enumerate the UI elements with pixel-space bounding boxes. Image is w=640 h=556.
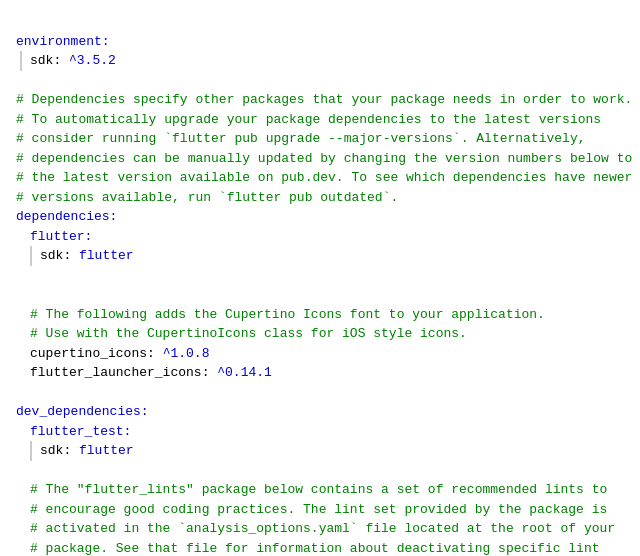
code-line: flutter: bbox=[16, 227, 624, 247]
key-text: cupertino_icons: bbox=[30, 344, 163, 364]
empty-line bbox=[16, 71, 624, 91]
value-text: ^3.5.2 bbox=[69, 51, 116, 71]
code-line: sdk: flutter bbox=[16, 246, 624, 266]
value-text: flutter bbox=[79, 246, 134, 266]
code-line: # dependencies can be manually updated b… bbox=[16, 149, 624, 169]
code-line: environment: bbox=[16, 32, 624, 52]
code-line: flutter_launcher_icons: ^0.14.1 bbox=[16, 363, 624, 383]
code-line: sdk: flutter bbox=[16, 441, 624, 461]
empty-line bbox=[16, 461, 624, 481]
comment-text: # consider running `flutter pub upgrade … bbox=[16, 129, 586, 149]
code-line: # consider running `flutter pub upgrade … bbox=[16, 129, 624, 149]
comment-text: # activated in the `analysis_options.yam… bbox=[30, 519, 615, 539]
border-indicator: sdk: ^3.5.2 bbox=[20, 51, 116, 71]
empty-line bbox=[16, 266, 624, 286]
border-indicator: sdk: flutter bbox=[30, 246, 134, 266]
code-line: # The "flutter_lints" package below cont… bbox=[16, 480, 624, 500]
key-text: dependencies: bbox=[16, 207, 117, 227]
comment-text: # versions available, run `flutter pub o… bbox=[16, 188, 398, 208]
value-text: ^0.14.1 bbox=[217, 363, 272, 383]
code-line: # activated in the `analysis_options.yam… bbox=[16, 519, 624, 539]
comment-text: # the latest version available on pub.de… bbox=[16, 168, 632, 188]
key-text: flutter: bbox=[30, 227, 92, 247]
code-line: # To automatically upgrade your package … bbox=[16, 110, 624, 130]
code-line: # the latest version available on pub.de… bbox=[16, 168, 624, 188]
key-text: environment: bbox=[16, 32, 110, 52]
code-line: # Dependencies specify other packages th… bbox=[16, 90, 624, 110]
code-line: flutter_test: bbox=[16, 422, 624, 442]
code-line: # package. See that file for information… bbox=[16, 539, 624, 557]
key-text: flutter_test: bbox=[30, 422, 131, 442]
comment-text: # To automatically upgrade your package … bbox=[16, 110, 601, 130]
comment-text: # The following adds the Cupertino Icons… bbox=[30, 305, 545, 325]
code-line: # encourage good coding practices. The l… bbox=[16, 500, 624, 520]
value-text: ^1.0.8 bbox=[163, 344, 210, 364]
code-line: dev_dependencies: bbox=[16, 402, 624, 422]
code-line: dependencies: bbox=[16, 207, 624, 227]
code-line: # versions available, run `flutter pub o… bbox=[16, 188, 624, 208]
code-line: sdk: ^3.5.2 bbox=[16, 51, 624, 71]
comment-text: # dependencies can be manually updated b… bbox=[16, 149, 632, 169]
key-text: flutter_launcher_icons: bbox=[30, 363, 217, 383]
comment-text: # The "flutter_lints" package below cont… bbox=[30, 480, 607, 500]
value-text: flutter bbox=[79, 441, 134, 461]
key-text: sdk: bbox=[40, 246, 79, 266]
border-indicator: sdk: flutter bbox=[30, 441, 134, 461]
comment-text: # encourage good coding practices. The l… bbox=[30, 500, 607, 520]
code-line: # The following adds the Cupertino Icons… bbox=[16, 305, 624, 325]
key-text: dev_dependencies: bbox=[16, 402, 149, 422]
empty-line bbox=[16, 285, 624, 305]
comment-text: # package. See that file for information… bbox=[30, 539, 600, 557]
code-line: cupertino_icons: ^1.0.8 bbox=[16, 344, 624, 364]
comment-text: # Dependencies specify other packages th… bbox=[16, 90, 632, 110]
comment-text: # Use with the CupertinoIcons class for … bbox=[30, 324, 467, 344]
code-editor: environment:sdk: ^3.5.2# Dependencies sp… bbox=[16, 12, 624, 556]
empty-line bbox=[16, 383, 624, 403]
code-line: # Use with the CupertinoIcons class for … bbox=[16, 324, 624, 344]
key-text: sdk: bbox=[30, 51, 69, 71]
key-text: sdk: bbox=[40, 441, 79, 461]
